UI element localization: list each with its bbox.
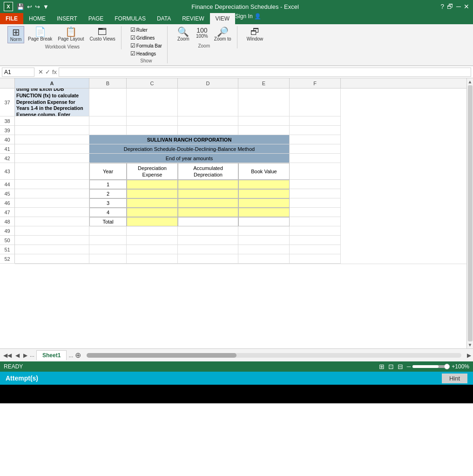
cell-f50[interactable] [290, 236, 341, 245]
page-view-btn[interactable]: ⊡ [388, 363, 394, 370]
cell-b40-merged[interactable]: SULLIVAN RANCH CORPORATION [89, 135, 290, 144]
cell-a50[interactable] [15, 236, 89, 245]
cell-b41-merged[interactable]: Depreciation Schedule-Double-Declining-B… [89, 144, 290, 154]
formula-cancel-icon[interactable]: ✕ [38, 68, 43, 75]
sign-in[interactable]: Sign In 👤 [235, 13, 261, 24]
cell-f37[interactable] [290, 88, 341, 116]
scrollbar-down-arrow[interactable]: ▼ [468, 342, 473, 347]
cell-d45[interactable] [178, 189, 238, 198]
zoom-minus-btn[interactable]: ─ [407, 363, 411, 370]
cell-d49[interactable] [178, 226, 238, 236]
help-icon[interactable]: ? [440, 3, 444, 10]
cell-b47[interactable]: 4 [89, 208, 127, 217]
cell-f48[interactable] [290, 217, 341, 226]
zoom-btn[interactable]: 🔍 Zoom [175, 26, 192, 42]
cell-a39[interactable] [15, 126, 89, 135]
col-header-c[interactable]: C [127, 78, 178, 88]
tab-view[interactable]: VIEW [210, 13, 236, 24]
cell-reference-input[interactable] [2, 68, 34, 77]
cell-c44[interactable] [127, 180, 178, 189]
cell-c37[interactable] [127, 88, 178, 116]
grid-view-btn[interactable]: ⊞ [379, 363, 385, 370]
close-btn[interactable]: ✕ [464, 3, 469, 10]
cell-d39[interactable] [178, 126, 238, 135]
cell-a51[interactable] [15, 245, 89, 254]
cell-a52[interactable] [15, 254, 89, 264]
headings-checkbox[interactable]: ☑ [130, 50, 135, 57]
cell-a46[interactable] [15, 198, 89, 208]
scrollbar-up-arrow[interactable]: ▲ [468, 79, 473, 84]
normal-view-btn[interactable]: ⊞ Norm [7, 26, 24, 43]
cell-e37[interactable] [238, 88, 290, 116]
cell-d46[interactable] [178, 198, 238, 208]
zoom-slider-thumb[interactable] [444, 364, 450, 369]
cell-b44[interactable]: 1 [89, 180, 127, 189]
cell-e44[interactable] [238, 180, 290, 189]
cell-f43[interactable] [290, 163, 341, 180]
cell-f47[interactable] [290, 208, 341, 217]
cell-f40[interactable] [290, 135, 341, 144]
restore-btn[interactable]: 🗗 [447, 3, 453, 10]
tab-data[interactable]: DATA [151, 13, 176, 24]
cell-b43[interactable]: Year [89, 163, 127, 180]
cell-e52[interactable] [238, 254, 290, 264]
sheet-tab-sheet1[interactable]: Sheet1 [36, 350, 67, 360]
cell-f49[interactable] [290, 226, 341, 236]
cell-e49[interactable] [238, 226, 290, 236]
formula-fx-icon[interactable]: fx [52, 68, 57, 75]
ruler-checkbox[interactable]: ☑ [130, 27, 135, 33]
cell-e45[interactable] [238, 189, 290, 198]
cell-f52[interactable] [290, 254, 341, 264]
save-btn[interactable]: 💾 [16, 2, 25, 11]
zoom-to-btn[interactable]: 🔎 Zoom to [212, 26, 233, 42]
cell-c38[interactable] [127, 116, 178, 126]
undo-btn[interactable]: ↩ [26, 2, 33, 11]
cell-d43[interactable]: AccumulatedDepreciation [178, 163, 238, 180]
cell-e43[interactable]: Book Value [238, 163, 290, 180]
zoom-slider-track[interactable] [412, 365, 450, 368]
cell-b50[interactable] [89, 236, 127, 245]
cell-f38[interactable] [290, 116, 341, 126]
cell-b48[interactable]: Total [89, 217, 127, 226]
col-header-e[interactable]: E [238, 78, 290, 88]
pin-btn[interactable]: ▼ [42, 2, 50, 11]
cell-f42[interactable] [290, 154, 341, 163]
tab-file[interactable]: FILE [0, 13, 23, 24]
cell-e50[interactable] [238, 236, 290, 245]
formula-input[interactable]: Sullivan Ranch Corporation has purchased… [59, 68, 471, 77]
scroll-right-arrow[interactable]: ▶ [467, 352, 471, 359]
zoom-100-btn[interactable]: 100 100% [194, 26, 210, 40]
cell-b37[interactable] [89, 88, 127, 116]
cell-e48[interactable] [238, 217, 290, 226]
cell-a44[interactable] [15, 180, 89, 189]
cell-f41[interactable] [290, 144, 341, 154]
cell-b49[interactable] [89, 226, 127, 236]
col-header-f[interactable]: F [290, 78, 341, 88]
cell-c39[interactable] [127, 126, 178, 135]
cell-d38[interactable] [178, 116, 238, 126]
col-header-a[interactable]: A [15, 78, 89, 88]
tab-page[interactable]: PAGE [83, 13, 109, 24]
cell-e46[interactable] [238, 198, 290, 208]
horizontal-scrollbar-thumb[interactable] [87, 353, 236, 358]
cell-c47[interactable] [127, 208, 178, 217]
custom-views-btn[interactable]: 🗔 Custo Views [88, 26, 117, 42]
cell-b38[interactable] [89, 116, 127, 126]
vertical-scrollbar[interactable]: ▲ ▼ [466, 78, 473, 348]
tab-review[interactable]: REVIEW [176, 13, 209, 24]
formula-bar-toggle[interactable]: ☑ Formula Bar [129, 42, 163, 49]
cell-a45[interactable] [15, 189, 89, 198]
cell-e39[interactable] [238, 126, 290, 135]
cell-b52[interactable] [89, 254, 127, 264]
gridlines-checkbox[interactable]: ☑ [130, 34, 135, 41]
cell-d51[interactable] [178, 245, 238, 254]
cell-f45[interactable] [290, 189, 341, 198]
cell-f39[interactable] [290, 126, 341, 135]
cell-f46[interactable] [290, 198, 341, 208]
scrollbar-thumb[interactable] [468, 85, 473, 341]
cell-a49[interactable] [15, 226, 89, 236]
cell-c48[interactable] [127, 217, 178, 226]
ruler-toggle[interactable]: ☑ Ruler [129, 26, 163, 34]
cell-b42-merged[interactable]: End of year amounts [89, 154, 290, 163]
cell-e51[interactable] [238, 245, 290, 254]
